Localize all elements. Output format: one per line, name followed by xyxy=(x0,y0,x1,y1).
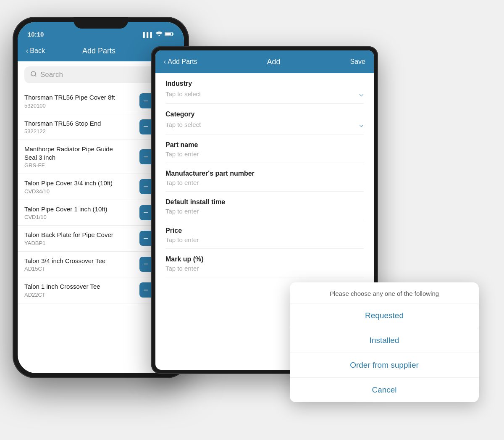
qty-decrement-button[interactable]: − xyxy=(139,93,152,108)
part-name: Talon Pipe Cover 3/4 inch (10ft) xyxy=(24,179,113,187)
tablet-back-label: Add Parts xyxy=(168,58,197,66)
search-icon xyxy=(30,71,37,79)
part-code: 5320100 xyxy=(24,103,115,109)
svg-rect-2 xyxy=(173,33,174,34)
chevron-down-icon: ⌵ xyxy=(359,120,364,129)
qty-decrement-button[interactable]: − xyxy=(139,149,152,164)
part-info: Thorsman TRL56 Pipe Cover 8ft 5320100 xyxy=(24,93,115,109)
chevron-down-icon: ⌵ xyxy=(359,89,364,98)
tablet-nav-title: Add xyxy=(267,58,281,66)
form-value: Tap to enter xyxy=(165,150,364,158)
dialog-option-requested[interactable]: Requested xyxy=(290,303,479,328)
form-field[interactable]: Category Tap to select ⌵ xyxy=(165,104,364,134)
tablet-form: Industry Tap to select ⌵ Category Tap to… xyxy=(155,73,374,277)
part-code: GRS-FF xyxy=(24,162,121,169)
part-name: Thorsman TRL56 Pipe Cover 8ft xyxy=(24,93,115,102)
dialog-option-order-from-supplier[interactable]: Order from supplier xyxy=(290,353,479,378)
part-info: Talon Back Plate for Pipe Cover YADBP1 xyxy=(24,231,113,246)
part-code: CVD34/10 xyxy=(24,188,113,195)
status-icons: ▌▌▌ xyxy=(143,32,174,38)
form-label: Default install time xyxy=(165,198,364,206)
tablet-chevron-left-icon: ‹ xyxy=(164,58,166,66)
wifi-icon xyxy=(156,32,163,38)
part-info: Manthorpe Radiator Pipe Guide Seal 3 inc… xyxy=(24,145,121,169)
form-field[interactable]: Industry Tap to select ⌵ xyxy=(165,73,364,104)
tablet-save-button[interactable]: Save xyxy=(350,58,365,66)
status-time: 10:10 xyxy=(28,31,44,38)
part-code: YADBP1 xyxy=(24,240,113,246)
form-field[interactable]: Mark up (%) Tap to enter xyxy=(165,249,364,277)
svg-rect-1 xyxy=(165,33,171,35)
form-value: Tap to enter xyxy=(165,179,364,186)
part-code: CVD1/10 xyxy=(24,214,108,220)
form-placeholder: Tap to enter xyxy=(165,236,199,243)
form-value: Tap to select ⌵ xyxy=(165,120,364,129)
tablet-nav: ‹ Add Parts Add Save xyxy=(155,50,374,73)
qty-decrement-button[interactable]: − xyxy=(139,231,152,246)
form-placeholder: Tap to enter xyxy=(165,208,199,215)
part-info: Talon Pipe Cover 3/4 inch (10ft) CVD34/1… xyxy=(24,179,113,195)
form-label: Mark up (%) xyxy=(165,256,364,263)
dialog-wrapper: Please choose any one of the following R… xyxy=(290,282,479,402)
form-placeholder: Tap to select xyxy=(165,90,201,97)
part-name: Talon Back Plate for Pipe Cover xyxy=(24,231,113,239)
part-name: Talon 1 inch Crossover Tee xyxy=(24,282,100,291)
svg-line-4 xyxy=(35,75,36,76)
part-code: 5322122 xyxy=(24,128,101,134)
form-label: Manufacturer's part number xyxy=(165,170,364,177)
form-label: Category xyxy=(165,111,364,118)
form-field[interactable]: Price Tap to enter xyxy=(165,220,364,249)
svg-point-3 xyxy=(31,71,36,76)
phone-nav-title: Add Parts xyxy=(82,47,116,55)
signal-icon: ▌▌▌ xyxy=(143,32,154,38)
qty-decrement-button[interactable]: − xyxy=(139,282,152,298)
form-value: Tap to enter xyxy=(165,208,364,215)
dialog-header: Please choose any one of the following xyxy=(290,282,479,303)
qty-decrement-button[interactable]: − xyxy=(139,119,152,134)
form-field[interactable]: Default install time Tap to enter xyxy=(165,192,364,220)
form-label: Price xyxy=(165,227,364,234)
form-label: Part name xyxy=(165,141,364,149)
dialog-options: RequestedInstalledOrder from supplierCan… xyxy=(290,303,479,402)
part-info: Talon Pipe Cover 1 inch (10ft) CVD1/10 xyxy=(24,205,108,221)
form-label: Industry xyxy=(165,80,364,87)
form-value: Tap to enter xyxy=(165,265,364,272)
part-info: Thorsman TRL56 Stop End 5322122 xyxy=(24,119,101,135)
form-placeholder: Tap to enter xyxy=(165,265,199,272)
form-placeholder: Tap to select xyxy=(165,121,201,128)
battery-icon xyxy=(165,32,174,38)
form-value: Tap to select ⌵ xyxy=(165,89,364,98)
dialog-option-cancel[interactable]: Cancel xyxy=(290,378,479,402)
part-name: Talon Pipe Cover 1 inch (10ft) xyxy=(24,205,108,213)
form-field[interactable]: Manufacturer's part number Tap to enter xyxy=(165,163,364,192)
form-placeholder: Tap to enter xyxy=(165,150,199,158)
back-label: Back xyxy=(30,47,45,55)
tablet-back-button[interactable]: ‹ Add Parts xyxy=(164,58,197,66)
qty-decrement-button[interactable]: − xyxy=(139,179,152,194)
form-placeholder: Tap to enter xyxy=(165,179,199,186)
chevron-left-icon: ‹ xyxy=(26,47,28,55)
part-code: AD15CT xyxy=(24,266,105,272)
search-placeholder: Search xyxy=(40,71,63,79)
phone-notch xyxy=(74,17,128,29)
form-field[interactable]: Part name Tap to enter xyxy=(165,134,364,163)
qty-decrement-button[interactable]: − xyxy=(139,257,152,272)
part-name: Talon 3/4 inch Crossover Tee xyxy=(24,257,105,265)
part-info: Talon 3/4 inch Crossover Tee AD15CT xyxy=(24,257,105,272)
form-value: Tap to enter xyxy=(165,236,364,243)
part-info: Talon 1 inch Crossover Tee AD22CT xyxy=(24,282,100,298)
qty-decrement-button[interactable]: − xyxy=(139,205,152,220)
part-name: Thorsman TRL56 Stop End xyxy=(24,119,101,128)
part-code: AD22CT xyxy=(24,292,100,298)
dialog-option-installed[interactable]: Installed xyxy=(290,328,479,353)
part-name: Manthorpe Radiator Pipe Guide Seal 3 inc… xyxy=(24,145,121,161)
back-button[interactable]: ‹ Back xyxy=(26,47,45,55)
dialog-box: Please choose any one of the following R… xyxy=(290,282,479,402)
